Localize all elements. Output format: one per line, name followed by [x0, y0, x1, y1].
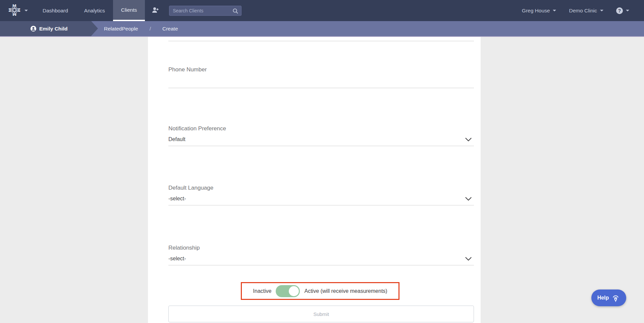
app-root: { "navbar": { "nav_items": [ { "label": …: [0, 0, 644, 323]
breadcrumb-chevron: [91, 21, 98, 36]
beacon-icon: [611, 294, 620, 303]
person-add-icon: [151, 6, 159, 15]
nav-item-analytics[interactable]: Analytics: [76, 0, 113, 21]
top-navbar: M M M M Dashboard Analytics Clients: [0, 0, 644, 21]
field-underline-top: [168, 41, 474, 41]
user-menu[interactable]: Greg House: [522, 8, 556, 14]
search-box: [169, 6, 241, 16]
user-menu-caret-icon: [553, 10, 556, 11]
app-logo-icon: M M M M: [8, 4, 21, 18]
default-language-underline: [168, 205, 474, 205]
relationship-select[interactable]: -select-: [168, 256, 186, 262]
phone-number-label: Phone Number: [168, 66, 207, 73]
breadcrumb-current-page: Create: [162, 26, 178, 32]
default-language-select[interactable]: -select-: [168, 196, 186, 202]
clinic-menu-caret-icon: [600, 10, 603, 11]
breadcrumb-client-name: Emily Child: [39, 26, 67, 32]
breadcrumb-client[interactable]: Emily Child: [0, 21, 91, 36]
search-clients-input[interactable]: [169, 6, 241, 15]
clinic-menu-label: Demo Clinic: [569, 8, 597, 14]
chevron-down-icon[interactable]: [465, 196, 472, 202]
user-circle-icon: [30, 25, 37, 32]
help-menu[interactable]: ?: [616, 7, 629, 14]
nav-item-dashboard[interactable]: Dashboard: [35, 0, 76, 21]
relationship-underline: [168, 265, 474, 265]
phone-number-input[interactable]: [168, 77, 474, 87]
breadcrumb-section[interactable]: RelatedPeople: [104, 26, 138, 32]
help-button-label: Help: [597, 295, 609, 301]
add-client-button[interactable]: [145, 0, 166, 21]
primary-nav: Dashboard Analytics Clients: [35, 0, 166, 21]
status-toggle-highlight-box: Inactive Active (will receive measuremen…: [241, 282, 399, 300]
nav-item-clients[interactable]: Clients: [113, 0, 145, 21]
default-language-label: Default Language: [168, 185, 213, 191]
breadcrumb-bar: Emily Child RelatedPeople / Create: [0, 21, 644, 37]
question-mark-icon: ?: [616, 7, 623, 14]
breadcrumb-trail: RelatedPeople / Create: [104, 21, 178, 36]
notification-preference-label: Notification Preference: [168, 125, 226, 132]
clinic-menu[interactable]: Demo Clinic: [569, 8, 603, 14]
active-label: Active (will receive measurements): [304, 288, 387, 294]
notification-preference-underline: [168, 146, 474, 146]
relationship-label: Relationship: [168, 245, 200, 251]
notification-preference-select[interactable]: Default: [168, 136, 185, 142]
user-menu-label: Greg House: [522, 8, 550, 14]
chevron-down-icon[interactable]: [465, 137, 472, 143]
toggle-knob: [289, 286, 299, 296]
search-icon[interactable]: [232, 8, 239, 16]
submit-button[interactable]: Submit: [168, 306, 474, 322]
breadcrumb-separator: /: [150, 26, 151, 32]
help-button[interactable]: Help: [591, 289, 626, 306]
navbar-right: Greg House Demo Clinic ?: [522, 0, 644, 21]
active-status-toggle[interactable]: [276, 285, 300, 297]
help-menu-caret-icon: [626, 10, 629, 11]
logo-caret-icon: [24, 10, 28, 11]
inactive-label: Inactive: [253, 288, 271, 294]
create-related-person-form: Phone Number Notification Preference Def…: [148, 37, 481, 323]
search-wrap: [169, 0, 241, 21]
phone-number-underline: [168, 88, 474, 88]
app-logo-menu[interactable]: M M M M: [0, 0, 35, 21]
chevron-down-icon[interactable]: [465, 256, 472, 262]
